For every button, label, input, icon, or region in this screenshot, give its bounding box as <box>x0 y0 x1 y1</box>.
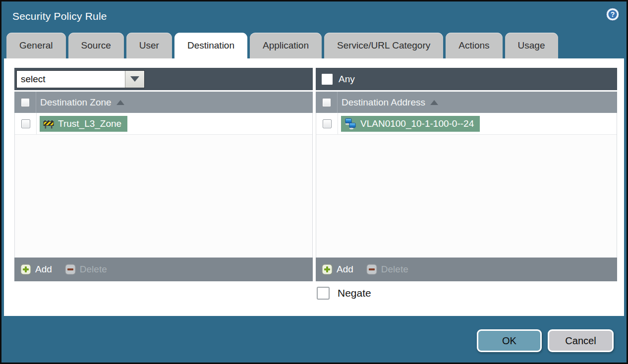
zone-select-combobox <box>16 70 145 88</box>
any-toolbar: Any <box>316 68 617 90</box>
table-row[interactable]: Trust_L3_Zone <box>15 113 312 135</box>
negate-row: Negate <box>317 287 371 300</box>
table-row[interactable]: VLAN0100_10-1-100-0--24 <box>316 113 617 135</box>
tab-destination[interactable]: Destination <box>174 33 247 60</box>
zone-table-body: Trust_L3_Zone <box>14 113 313 258</box>
title-bar: Security Policy Rule ? <box>1 1 627 31</box>
destination-address-panel: Any Destination Address <box>316 68 617 281</box>
zone-delete-button[interactable]: Delete <box>65 264 107 275</box>
dialog-title: Security Policy Rule <box>12 1 107 31</box>
zone-name: Trust_L3_Zone <box>58 118 121 129</box>
address-row-checkbox[interactable] <box>323 119 332 128</box>
security-policy-rule-dialog: Security Policy Rule ? General Source Us… <box>0 0 628 364</box>
zone-select-all-checkbox[interactable] <box>21 98 30 107</box>
help-icon[interactable]: ? <box>606 7 620 21</box>
tab-bar: General Source User Destination Applicat… <box>6 33 558 58</box>
zone-select-all-cell <box>14 92 36 113</box>
any-checkbox[interactable] <box>322 74 333 85</box>
zone-chip[interactable]: Trust_L3_Zone <box>40 116 127 132</box>
tab-usage[interactable]: Usage <box>505 33 558 58</box>
address-add-button[interactable]: Add <box>322 264 353 275</box>
zone-select-input[interactable] <box>17 71 125 88</box>
tab-source[interactable]: Source <box>68 33 124 58</box>
plus-icon <box>322 264 333 275</box>
row-checkbox-cell <box>15 113 37 134</box>
address-column-header[interactable]: Destination Address <box>342 97 425 108</box>
minus-icon <box>366 264 377 275</box>
tab-general[interactable]: General <box>6 33 66 58</box>
address-delete-button[interactable]: Delete <box>366 264 408 275</box>
tab-actions[interactable]: Actions <box>446 33 502 58</box>
zone-select-dropdown-button[interactable] <box>125 71 144 88</box>
address-select-all-checkbox[interactable] <box>322 98 331 107</box>
sort-ascending-icon[interactable] <box>116 100 124 105</box>
destination-zone-panel: Destination Zone <box>14 68 313 281</box>
negate-label: Negate <box>338 287 371 299</box>
cancel-button[interactable]: Cancel <box>548 329 614 352</box>
negate-checkbox[interactable] <box>317 287 330 300</box>
zone-column-header[interactable]: Destination Zone <box>40 97 112 108</box>
address-footer: Add Delete <box>316 258 617 281</box>
address-table-header: Destination Address <box>316 92 617 113</box>
address-chip[interactable]: VLAN0100_10-1-100-0--24 <box>341 116 480 132</box>
address-name: VLAN0100_10-1-100-0--24 <box>360 118 474 129</box>
zone-filter-toolbar <box>14 68 313 90</box>
tab-application[interactable]: Application <box>250 33 322 58</box>
plus-icon <box>20 264 31 275</box>
zone-add-button[interactable]: Add <box>20 264 52 275</box>
row-checkbox-cell <box>316 113 338 134</box>
ok-button[interactable]: OK <box>477 329 542 352</box>
chevron-down-icon <box>130 76 139 82</box>
tab-service-url-category[interactable]: Service/URL Category <box>324 33 443 58</box>
tab-user[interactable]: User <box>126 33 172 58</box>
zone-barrier-icon <box>43 118 55 130</box>
address-table-body: VLAN0100_10-1-100-0--24 <box>316 113 617 258</box>
svg-text:?: ? <box>611 10 615 18</box>
sort-ascending-icon[interactable] <box>430 100 438 105</box>
any-label: Any <box>339 74 355 85</box>
address-select-all-cell <box>316 92 338 113</box>
network-computers-icon <box>344 117 357 130</box>
zone-footer: Add Delete <box>14 258 313 281</box>
destination-tab-content: Destination Zone <box>4 58 624 316</box>
zone-row-checkbox[interactable] <box>21 119 30 128</box>
minus-icon <box>65 264 76 275</box>
zone-table-header: Destination Zone <box>14 92 313 113</box>
